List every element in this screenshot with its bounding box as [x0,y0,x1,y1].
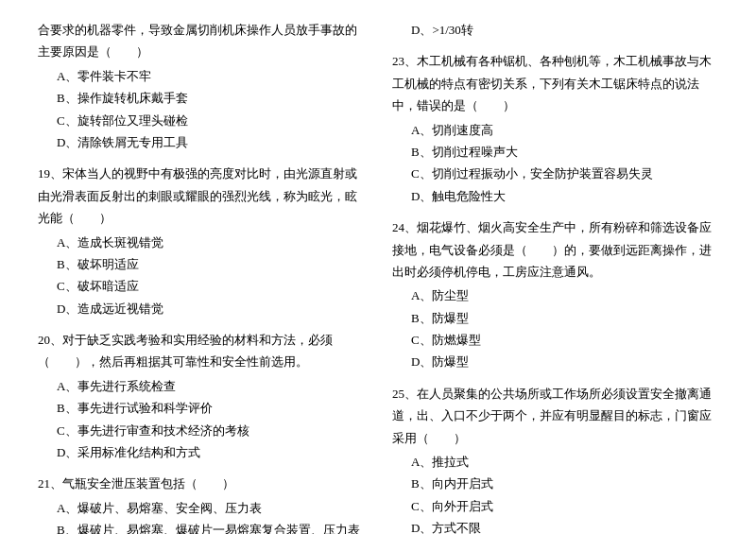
q25-option-c: C、向外开启式 [392,495,718,517]
q20-option-a: A、事先进行系统检查 [38,375,364,397]
q20-option-d: D、采用标准化结构和方式 [38,441,364,463]
question-23-text: 23、木工机械有各种锯机、各种刨机等，木工机械事故与木工机械的特点有密切关系，下… [392,50,718,116]
question-23: 23、木工机械有各种锯机、各种刨机等，木工机械事故与木工机械的特点有密切关系，下… [392,50,718,207]
q24-option-b: B、防爆型 [392,307,718,329]
question-25-text: 25、在人员聚集的公共场所或工作场所必须设置安全撤离通道，出、入口不少于两个，并… [392,383,718,449]
q20-option-c: C、事先进行审查和技术经济的考核 [38,420,364,441]
question-21: 21、气瓶安全泄压装置包括（ ） A、爆破片、易熔塞、安全阀、压力表 B、爆破片… [38,473,364,534]
option-c: C、旋转部位又理头碰检 [38,110,364,131]
question-22d: D、>1/30转 [392,19,718,41]
left-column: 合要求的机器零件，导致金属切削机床操作人员放手事故的主要原因是（ ） A、零件装… [38,19,364,534]
q21-option-a: A、爆破片、易熔塞、安全阀、压力表 [38,497,364,519]
question-24-text: 24、烟花爆竹、烟火高安全生产中，所有粉碎和筛选设备应接地，电气设备必须是（ ）… [392,216,718,283]
q23-option-c: C、切削过程振动小，安全防护装置容易失灵 [392,163,718,184]
q19-option-c: C、破坏暗适应 [38,275,364,297]
question-20-text: 20、对于缺乏实践考验和实用经验的材料和方法，必须（ ），然后再粗据其可靠性和安… [38,329,364,373]
q25-option-a: A、推拉式 [392,451,718,473]
q19-option-a: A、造成长斑视错觉 [38,232,364,253]
q19-option-b: B、破坏明适应 [38,253,364,275]
option-d: D、清除铁屑无专用工具 [38,131,364,153]
option-b: B、操作旋转机床戴手套 [38,87,364,109]
question-24: 24、烟花爆竹、烟火高安全生产中，所有粉碎和筛选设备应接地，电气设备必须是（ ）… [392,216,718,373]
q24-option-d: D、防爆型 [392,351,718,372]
question-intro: 合要求的机器零件，导致金属切削机床操作人员放手事故的主要原因是（ ） A、零件装… [38,19,364,153]
q22-option-d: D、>1/30转 [392,19,718,41]
option-a: A、零件装卡不牢 [38,65,364,87]
right-column: D、>1/30转 23、木工机械有各种锯机、各种刨机等，木工机械事故与木工机械的… [392,19,718,534]
q25-option-b: B、向内开启式 [392,473,718,494]
q20-option-b: B、事先进行试验和科学评价 [38,397,364,419]
q24-option-a: A、防尘型 [392,284,718,306]
question-intro-text: 合要求的机器零件，导致金属切削机床操作人员放手事故的主要原因是（ ） [38,19,364,63]
q25-option-d: D、方式不限 [392,517,718,534]
q23-option-b: B、切削过程噪声大 [392,141,718,163]
q21-option-b: B、爆破片、易熔塞、爆破片一易熔塞复合装置、压力表 [38,519,364,534]
q19-option-d: D、造成远近视错觉 [38,298,364,319]
question-21-text: 21、气瓶安全泄压装置包括（ ） [38,473,364,494]
page-content: 合要求的机器零件，导致金属切削机床操作人员放手事故的主要原因是（ ） A、零件装… [38,19,718,534]
question-20: 20、对于缺乏实践考验和实用经验的材料和方法，必须（ ），然后再粗据其可靠性和安… [38,329,364,463]
question-25: 25、在人员聚集的公共场所或工作场所必须设置安全撤离通道，出、入口不少于两个，并… [392,383,718,534]
question-19-text: 19、宋体当人的视野中有极强的亮度对比时，由光源直射或由光滑表面反射出的刺眼或耀… [38,163,364,229]
q24-option-c: C、防燃爆型 [392,329,718,351]
q23-option-d: D、触电危险性大 [392,185,718,207]
question-19: 19、宋体当人的视野中有极强的亮度对比时，由光源直射或由光滑表面反射出的刺眼或耀… [38,163,364,319]
q23-option-a: A、切削速度高 [392,119,718,141]
